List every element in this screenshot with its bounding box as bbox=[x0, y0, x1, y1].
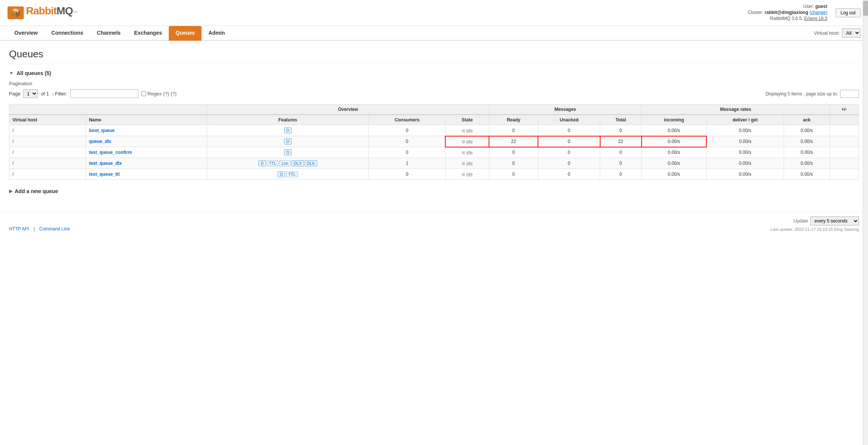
table-row: /boot_queueD0idle0000.00/s0.00/s0.00/s bbox=[9, 125, 859, 136]
update-select[interactable]: every 5 seconds every 10 seconds every 3… bbox=[810, 216, 859, 226]
cell-unacked: 0 bbox=[538, 147, 600, 158]
nav-overview[interactable]: Overview bbox=[8, 26, 44, 41]
add-queue-arrow: ▶ bbox=[9, 189, 12, 194]
cell-name[interactable]: test_queue_confirm bbox=[86, 147, 207, 158]
th-deliver-get: deliver / get bbox=[706, 115, 784, 125]
cell-name[interactable]: boot_queue bbox=[86, 125, 207, 136]
cell-state: idle bbox=[445, 147, 489, 158]
main-content: Queues ▼ All queues (5) Pagination Page … bbox=[0, 41, 868, 204]
th-plus-minus[interactable]: +/- bbox=[830, 104, 859, 115]
state-label: idle bbox=[466, 161, 473, 166]
state-label: idle bbox=[466, 139, 473, 144]
cell-consumers: 0 bbox=[369, 169, 446, 180]
cell-features: DTTLLimDLXDLK bbox=[207, 158, 369, 169]
command-line-link[interactable]: Command Line bbox=[39, 226, 70, 232]
cell-vhost: / bbox=[9, 147, 86, 158]
th-group-message-rates: Message rates bbox=[642, 104, 830, 115]
feature-badge-d: D bbox=[284, 127, 292, 134]
nav-connections[interactable]: Connections bbox=[44, 26, 90, 41]
last-update-label: Last update: bbox=[770, 227, 793, 232]
http-api-link[interactable]: HTTP API bbox=[9, 226, 29, 232]
nav-right: Virtual host: All / bbox=[814, 28, 860, 38]
cell-total: 0 bbox=[600, 125, 642, 136]
column-header-row: Virtual host Name Features Consumers Sta… bbox=[9, 115, 859, 125]
cell-ready: 0 bbox=[489, 158, 538, 169]
table-row: /test_queue_dlxDTTLLimDLXDLK1idle0000.00… bbox=[9, 158, 859, 169]
scrollbar-thumb[interactable] bbox=[863, 1, 868, 16]
cell-total: 0 bbox=[600, 169, 642, 180]
cell-state: idle bbox=[445, 136, 489, 147]
regex-text: Regex bbox=[148, 91, 162, 97]
logout-button[interactable]: Log out bbox=[836, 8, 860, 17]
of-label: of 1 bbox=[41, 91, 49, 97]
regex-checkbox[interactable] bbox=[141, 91, 146, 96]
all-queues-section-header[interactable]: ▼ All queues (5) bbox=[9, 70, 859, 76]
nav-queues[interactable]: Queues bbox=[169, 26, 202, 41]
filter-input[interactable] bbox=[70, 89, 138, 98]
cluster-line: Cluster: rabbit@dingjiaxiong (change) bbox=[748, 10, 827, 15]
vhost-select[interactable]: All / bbox=[842, 28, 860, 38]
cell-vhost: / bbox=[9, 136, 86, 147]
state-label: idle bbox=[466, 128, 473, 133]
table-row: /test_queue_ttlDTTL0idle0000.00/s0.00/s0… bbox=[9, 169, 859, 180]
logo-text: RabbitMQ™ bbox=[26, 5, 77, 21]
add-queue-header[interactable]: ▶ Add a new queue bbox=[9, 186, 859, 196]
nav-channels[interactable]: Channels bbox=[90, 26, 127, 41]
user-label: User: bbox=[803, 4, 814, 9]
nav-left: Overview Connections Channels Exchanges … bbox=[8, 26, 232, 40]
cell-name[interactable]: queue_dlx bbox=[86, 136, 207, 147]
cell-incoming: 0.00/s bbox=[642, 125, 707, 136]
cell-deliver_get: 0.00/s bbox=[706, 158, 784, 169]
feature-badge-ttl: TTL bbox=[267, 160, 279, 166]
cell-consumers: 0 bbox=[369, 125, 446, 136]
cell-ready: 0 bbox=[489, 125, 538, 136]
th-spacer bbox=[830, 115, 859, 125]
cluster-change-link[interactable]: (change) bbox=[810, 10, 827, 15]
navigation: Overview Connections Channels Exchanges … bbox=[0, 26, 868, 41]
cell-spacer bbox=[830, 169, 859, 180]
cell-consumers: 0 bbox=[369, 136, 446, 147]
last-update-user: Ding Jiaxiong bbox=[834, 227, 859, 232]
footer-left: HTTP API | Command Line bbox=[9, 226, 70, 232]
version-text: RabbitMQ 3.6.5, Erlang 18.3 bbox=[770, 16, 827, 21]
state-label: idle bbox=[466, 172, 473, 176]
cell-vhost: / bbox=[9, 158, 86, 169]
footer-right: Update every 5 seconds every 10 seconds … bbox=[770, 216, 859, 232]
cell-name[interactable]: test_queue_dlx bbox=[86, 158, 207, 169]
th-name: Name bbox=[86, 115, 207, 125]
user-line: User: guest bbox=[748, 4, 827, 9]
pagination-left: Page 1 of 1 - Filter: Regex (?)(?) bbox=[9, 89, 177, 98]
feature-badge-d: D bbox=[278, 171, 285, 177]
cell-spacer bbox=[830, 136, 859, 147]
cell-name[interactable]: test_queue_ttl bbox=[86, 169, 207, 180]
page-size-input[interactable]: 100 bbox=[840, 90, 859, 98]
feature-badge-dlk: DLK bbox=[305, 160, 317, 166]
nav-exchanges[interactable]: Exchanges bbox=[127, 26, 169, 41]
cell-ready: 22 bbox=[489, 136, 538, 147]
scrollbar[interactable] bbox=[863, 0, 868, 236]
nav-admin[interactable]: Admin bbox=[202, 26, 232, 41]
cluster-label: Cluster: bbox=[748, 10, 763, 15]
state-indicator bbox=[462, 173, 465, 176]
state-indicator bbox=[462, 162, 465, 165]
th-ready: Ready bbox=[489, 115, 538, 125]
th-features: Features bbox=[207, 115, 369, 125]
cell-vhost: / bbox=[9, 125, 86, 136]
logo: 📦 RabbitMQ™ bbox=[8, 5, 77, 21]
cell-incoming: 0.00/s bbox=[642, 158, 707, 169]
regex-label[interactable]: Regex (?)(?) bbox=[141, 91, 177, 97]
feature-badge-d: D bbox=[284, 149, 292, 155]
cell-features: D bbox=[207, 125, 369, 136]
th-vhost: Virtual host bbox=[9, 115, 86, 125]
cell-state: idle bbox=[445, 158, 489, 169]
cell-deliver_get: 0.00/s bbox=[706, 136, 784, 147]
feature-badge-ttl: TTL bbox=[286, 171, 298, 177]
th-total: Total bbox=[600, 115, 642, 125]
user-name: guest bbox=[815, 4, 827, 9]
th-group-messages: Messages bbox=[489, 104, 641, 115]
regex-hint2: (?) bbox=[171, 91, 177, 97]
page-select[interactable]: 1 bbox=[23, 89, 38, 98]
state-indicator bbox=[462, 151, 465, 154]
version-line: RabbitMQ 3.6.5, Erlang 18.3 bbox=[748, 16, 827, 21]
user-info: User: guest Cluster: rabbit@dingjiaxiong… bbox=[748, 4, 827, 22]
